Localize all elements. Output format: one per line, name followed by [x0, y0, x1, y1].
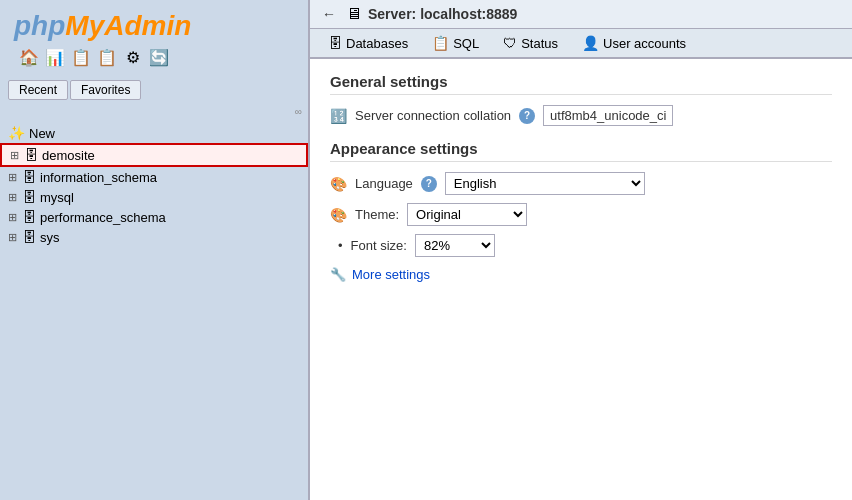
general-settings-section: General settings 🔢 Server connection col…: [330, 73, 832, 126]
db-icon: 🗄: [22, 229, 36, 245]
expander-icon: ⊞: [8, 191, 20, 204]
db-icon: 🗄: [22, 209, 36, 225]
tree-item-performance_schema[interactable]: ⊞🗄performance_schema: [0, 207, 308, 227]
appearance-settings-title: Appearance settings: [330, 140, 832, 162]
sidebar: phpMyAdmin 🏠 📊 📋 📋 ⚙ 🔄 Recent Favorites …: [0, 0, 310, 500]
logo-area: phpMyAdmin 🏠 📊 📋 📋 ⚙ 🔄: [0, 0, 308, 78]
database-tree: ✨New⊞🗄demosite⊞🗄information_schema⊞🗄mysq…: [0, 119, 308, 500]
content-area: General settings 🔢 Server connection col…: [310, 59, 852, 500]
tab-sql[interactable]: 📋SQL: [420, 29, 491, 59]
settings-icon[interactable]: ⚙: [122, 46, 144, 68]
tab-user_accounts[interactable]: 👤User accounts: [570, 29, 698, 59]
language-row: 🎨 Language ? EnglishFrenchGermanSpanish: [330, 172, 832, 195]
more-settings-label: More settings: [352, 267, 430, 282]
db-icon: 🗄: [24, 147, 38, 163]
nav-tabs: 🗄Databases📋SQL🛡Status👤User accounts: [310, 29, 852, 59]
tree-item-demosite[interactable]: ⊞🗄demosite: [0, 143, 308, 167]
logo-mya: MyAdmin: [65, 10, 191, 41]
more-settings-icon: 🔧: [330, 267, 346, 282]
language-select[interactable]: EnglishFrenchGermanSpanish: [445, 172, 645, 195]
font-label: Font size:: [351, 238, 407, 253]
language-icon: 🎨: [330, 176, 347, 192]
font-row: • Font size: 75%82%90%100%: [330, 234, 832, 257]
language-label: Language: [355, 176, 413, 191]
back-button[interactable]: ←: [318, 4, 340, 24]
font-select[interactable]: 75%82%90%100%: [415, 234, 495, 257]
theme-row: 🎨 Theme: Originalpmahomme: [330, 203, 832, 226]
collation-row: 🔢 Server connection collation ? utf8mb4_…: [330, 105, 832, 126]
tree-item-information_schema[interactable]: ⊞🗄information_schema: [0, 167, 308, 187]
collation-label: Server connection collation: [355, 108, 511, 123]
recent-favorites-bar: Recent Favorites: [0, 78, 308, 106]
topbar: ← 🖥 Server: localhost:8889: [310, 0, 852, 29]
refresh-icon[interactable]: 🔄: [148, 46, 170, 68]
tree-item-new[interactable]: ✨New: [0, 123, 308, 143]
new-icon: ✨: [8, 125, 25, 141]
theme-icon: 🎨: [330, 207, 347, 223]
collation-value: utf8mb4_unicode_ci: [543, 105, 673, 126]
query-icon[interactable]: 📋: [70, 46, 92, 68]
tab-icon-sql: 📋: [432, 35, 449, 51]
collation-icon: 🔢: [330, 108, 347, 124]
db-icon: 🗄: [22, 169, 36, 185]
resize-handle: ∞: [0, 106, 308, 117]
app-logo: phpMyAdmin: [14, 10, 294, 42]
tab-label-databases: Databases: [346, 36, 408, 51]
expander-icon: ⊞: [8, 231, 20, 244]
home-icon[interactable]: 🏠: [18, 46, 40, 68]
font-bullet: •: [338, 238, 343, 253]
favorites-button[interactable]: Favorites: [70, 80, 141, 100]
more-settings-link[interactable]: 🔧 More settings: [330, 267, 832, 282]
tree-item-mysql[interactable]: ⊞🗄mysql: [0, 187, 308, 207]
language-help-icon[interactable]: ?: [421, 176, 437, 192]
tab-label-sql: SQL: [453, 36, 479, 51]
theme-select[interactable]: Originalpmahomme: [407, 203, 527, 226]
tab-icon-databases: 🗄: [328, 35, 342, 51]
logo-icons: 🏠 📊 📋 📋 ⚙ 🔄: [14, 46, 294, 68]
table-icon[interactable]: 📋: [96, 46, 118, 68]
main-content: ← 🖥 Server: localhost:8889 🗄Databases📋SQ…: [310, 0, 852, 500]
tab-status[interactable]: 🛡Status: [491, 29, 570, 59]
expander-icon: ⊞: [8, 171, 20, 184]
collation-help-icon[interactable]: ?: [519, 108, 535, 124]
tab-icon-user_accounts: 👤: [582, 35, 599, 51]
tab-label-status: Status: [521, 36, 558, 51]
expander-icon: ⊞: [10, 149, 22, 162]
expander-icon: ⊞: [8, 211, 20, 224]
tab-databases[interactable]: 🗄Databases: [316, 29, 420, 59]
tree-item-sys[interactable]: ⊞🗄sys: [0, 227, 308, 247]
appearance-settings-section: Appearance settings 🎨 Language ? English…: [330, 140, 832, 282]
db-icon[interactable]: 📊: [44, 46, 66, 68]
tab-label-user_accounts: User accounts: [603, 36, 686, 51]
server-icon: 🖥: [346, 5, 362, 23]
general-settings-title: General settings: [330, 73, 832, 95]
tab-icon-status: 🛡: [503, 35, 517, 51]
server-label: Server: localhost:8889: [368, 6, 517, 22]
logo-php: php: [14, 10, 65, 41]
db-icon: 🗄: [22, 189, 36, 205]
recent-button[interactable]: Recent: [8, 80, 68, 100]
theme-label: Theme:: [355, 207, 399, 222]
